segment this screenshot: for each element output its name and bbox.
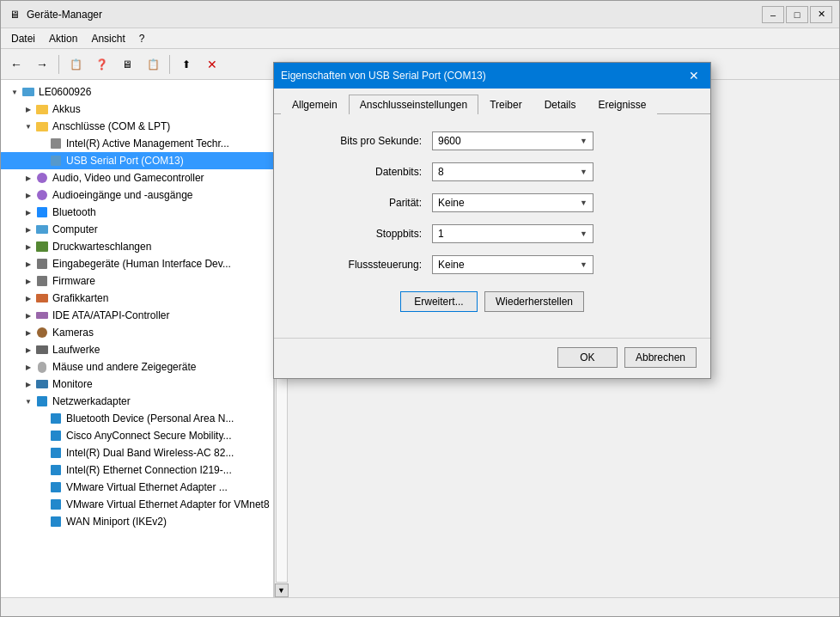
dialog-footer: OK Abbrechen — [274, 338, 710, 378]
select-databits[interactable]: 8 ▼ — [432, 162, 593, 181]
select-bits[interactable]: 9600 ▼ — [432, 131, 593, 150]
select-stoppbits-arrow: ▼ — [580, 229, 587, 238]
label-databits: Datenbits: — [295, 166, 432, 178]
select-bits-arrow: ▼ — [580, 137, 587, 145]
abbrechen-button[interactable]: Abbrechen — [624, 347, 697, 368]
field-databits: Datenbits: 8 ▼ — [295, 162, 690, 181]
label-stoppbits: Stoppbits: — [295, 228, 432, 240]
label-bits: Bits pro Sekunde: — [295, 135, 432, 147]
field-bits: Bits pro Sekunde: 9600 ▼ — [295, 131, 690, 150]
tab-anschluss[interactable]: Anschlusseinstellungen — [349, 95, 478, 114]
tab-details[interactable]: Details — [533, 95, 587, 114]
erweitert-button[interactable]: Erweitert... — [400, 291, 478, 312]
dialog-title-bar: Eigenschaften von USB Serial Port (COM13… — [274, 63, 710, 89]
select-fluss[interactable]: Keine ▼ — [432, 255, 593, 274]
dialog-overlay: Eigenschaften von USB Serial Port (COM13… — [0, 0, 840, 617]
dialog-title: Eigenschaften von USB Serial Port (COM13… — [281, 70, 685, 82]
dialog-body: Bits pro Sekunde: 9600 ▼ Datenbits: 8 ▼ … — [274, 114, 710, 338]
select-fluss-value: Keine — [438, 259, 580, 271]
tab-treiber[interactable]: Treiber — [478, 95, 533, 114]
dialog-close-button[interactable]: ✕ — [685, 66, 703, 85]
label-fluss: Flusssteuerung: — [295, 259, 432, 271]
wiederherstellen-button[interactable]: Wiederherstellen — [484, 291, 584, 312]
field-paritaet: Parität: Keine ▼ — [295, 193, 690, 212]
properties-dialog: Eigenschaften von USB Serial Port (COM13… — [273, 62, 711, 379]
select-databits-arrow: ▼ — [580, 168, 587, 176]
ok-button[interactable]: OK — [557, 347, 618, 368]
label-paritaet: Parität: — [295, 197, 432, 209]
field-fluss: Flusssteuerung: Keine ▼ — [295, 255, 690, 274]
select-fluss-arrow: ▼ — [580, 260, 587, 269]
select-stoppbits[interactable]: 1 ▼ — [432, 224, 593, 243]
select-paritaet-arrow: ▼ — [580, 199, 587, 207]
tab-allgemein[interactable]: Allgemein — [281, 95, 349, 114]
dialog-tabs: Allgemein Anschlusseinstellungen Treiber… — [274, 89, 710, 114]
tab-ereignisse[interactable]: Ereignisse — [587, 95, 657, 114]
action-buttons: Erweitert... Wiederherstellen — [295, 286, 690, 321]
select-databits-value: 8 — [438, 166, 580, 178]
select-bits-value: 9600 — [438, 135, 580, 147]
select-paritaet[interactable]: Keine ▼ — [432, 193, 593, 212]
select-stoppbits-value: 1 — [438, 228, 580, 240]
field-stoppbits: Stoppbits: 1 ▼ — [295, 224, 690, 243]
select-paritaet-value: Keine — [438, 197, 580, 209]
